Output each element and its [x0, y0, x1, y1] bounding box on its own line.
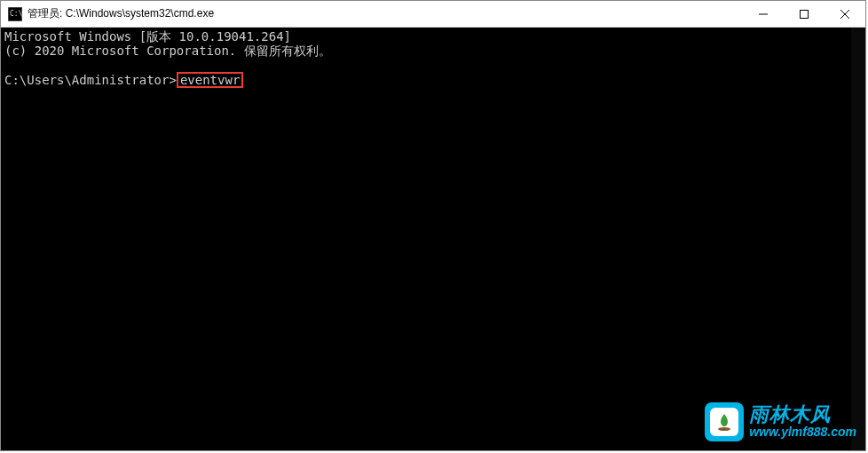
vertical-scrollbar[interactable]: [851, 28, 865, 450]
watermark: 雨林木风 www.ylmf888.com: [699, 399, 862, 445]
svg-text:C:\: C:\: [10, 10, 22, 18]
prompt-text: C:\Users\Administrator>: [4, 73, 177, 87]
terminal-area[interactable]: Microsoft Windows [版本 10.0.19041.264] (c…: [1, 28, 865, 450]
window-controls: [743, 1, 865, 27]
cmd-window: C:\ 管理员: C:\Windows\system32\cmd.exe Mic…: [0, 0, 866, 451]
prompt-line: C:\Users\Administrator>eventvwr: [4, 72, 862, 88]
watermark-text: 雨林木风 www.ylmf888.com: [749, 404, 856, 440]
maximize-button[interactable]: [784, 1, 825, 28]
command-highlight: eventvwr: [177, 72, 243, 88]
svg-rect-3: [801, 11, 809, 19]
titlebar[interactable]: C:\ 管理员: C:\Windows\system32\cmd.exe: [1, 1, 865, 28]
window-title: 管理员: C:\Windows\system32\cmd.exe: [28, 6, 743, 21]
terminal-line: (c) 2020 Microsoft Corporation. 保留所有权利。: [4, 44, 862, 58]
cmd-icon: C:\: [8, 7, 22, 21]
minimize-button[interactable]: [743, 1, 784, 28]
watermark-logo-icon: [705, 402, 744, 441]
svg-point-6: [718, 427, 730, 431]
watermark-name: 雨林木风: [749, 404, 856, 425]
watermark-url: www.ylmf888.com: [749, 425, 856, 439]
terminal-line: Microsoft Windows [版本 10.0.19041.264]: [4, 29, 862, 44]
command-text: eventvwr: [180, 73, 240, 87]
close-button[interactable]: [825, 1, 865, 28]
